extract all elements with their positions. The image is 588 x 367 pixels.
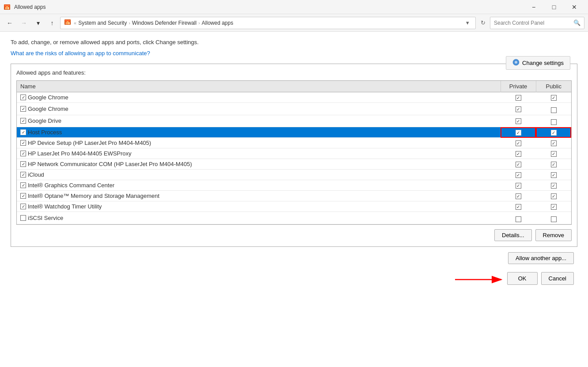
app-name-label: HP Network Communicator COM (HP LaserJet… xyxy=(28,161,192,167)
back-button[interactable]: ← xyxy=(4,17,16,29)
close-button[interactable]: ✕ xyxy=(564,0,584,14)
cancel-button[interactable]: Cancel xyxy=(541,272,574,285)
breadcrumb-allowed: Allowed apps xyxy=(202,20,233,26)
svg-rect-15 xyxy=(518,62,519,63)
svg-rect-9 xyxy=(67,21,68,24)
navigation-bar: ← → ▾ ↑ « System and Security › Windows … xyxy=(0,14,588,32)
address-dropdown-icon[interactable]: ▾ xyxy=(463,19,472,26)
table-row[interactable]: HP Device Setup (HP LaserJet Pro M404-M4… xyxy=(17,138,571,148)
bottom-buttons: OK Cancel xyxy=(11,271,577,286)
remove-button[interactable]: Remove xyxy=(535,229,572,241)
app-name-label: Intel® Graphics Command Center xyxy=(28,182,114,189)
table-row[interactable]: Intel® Graphics Command Center xyxy=(17,180,571,191)
table-header-row: Name Private Public xyxy=(17,81,571,92)
allowed-apps-panel: Allowed apps and features: Name Private … xyxy=(11,64,577,247)
breadcrumb-system: System and Security xyxy=(78,20,127,26)
app-name-label: Google Chrome xyxy=(28,106,68,112)
settings-icon xyxy=(512,59,520,67)
change-settings-label: Change settings xyxy=(522,60,564,66)
app-icon xyxy=(4,4,11,11)
refresh-button[interactable]: ↻ xyxy=(478,18,488,28)
column-header-private: Private xyxy=(501,81,536,92)
description-text: To add, change, or remove allowed apps a… xyxy=(11,39,577,45)
app-name-label: HP Device Setup (HP LaserJet Pro M404-M4… xyxy=(28,140,151,146)
svg-rect-12 xyxy=(516,59,516,61)
breadcrumb-firewall: Windows Defender Firewall xyxy=(132,20,197,26)
app-name-label: Google Drive xyxy=(28,117,61,124)
forward-button[interactable]: → xyxy=(18,17,30,29)
search-input[interactable] xyxy=(494,20,572,26)
apps-table-wrapper: Name Private Public Google ChromeGoogle … xyxy=(16,80,572,225)
address-bar[interactable]: « System and Security › Windows Defender… xyxy=(60,17,476,29)
table-row[interactable]: iSCSI Service xyxy=(17,212,571,224)
main-content: To add, change, or remove allowed apps a… xyxy=(0,32,588,367)
minimize-button[interactable]: − xyxy=(524,0,544,14)
apps-table: Name Private Public Google ChromeGoogle … xyxy=(17,81,571,224)
svg-rect-4 xyxy=(6,6,8,9)
column-header-public: Public xyxy=(536,81,571,92)
svg-point-11 xyxy=(515,61,517,64)
window-controls: − □ ✕ xyxy=(524,0,584,14)
app-name-label: HP LaserJet Pro M404-M405 EWSProxy xyxy=(28,150,132,157)
change-settings-button[interactable]: Change settings xyxy=(506,56,570,70)
search-icon: 🔍 xyxy=(573,19,580,26)
table-row[interactable]: HP Network Communicator COM (HP LaserJet… xyxy=(17,159,571,170)
table-row[interactable]: Intel® Optane™ Memory and Storage Manage… xyxy=(17,191,571,201)
table-row[interactable]: iCloud xyxy=(17,170,571,180)
details-button[interactable]: Details... xyxy=(494,229,532,241)
panel-title: Allowed apps and features: xyxy=(16,69,572,76)
app-name-label: Host Process xyxy=(28,129,62,136)
svg-rect-13 xyxy=(516,64,516,65)
svg-rect-14 xyxy=(513,62,514,63)
ok-button[interactable]: OK xyxy=(507,272,538,285)
panel-buttons: Details... Remove xyxy=(16,225,572,241)
red-arrow xyxy=(455,273,508,286)
table-row[interactable]: Google Chrome xyxy=(17,103,571,115)
risks-link[interactable]: What are the risks of allowing an app to… xyxy=(11,50,150,57)
table-row[interactable]: Google Chrome xyxy=(17,92,571,103)
table-row[interactable]: Host Process xyxy=(17,127,571,138)
table-row[interactable]: Google Drive xyxy=(17,115,571,128)
search-box[interactable]: 🔍 xyxy=(490,17,584,29)
breadcrumb: « System and Security › Windows Defender… xyxy=(74,20,460,26)
app-name-label: iCloud xyxy=(28,171,44,178)
table-row[interactable]: Intel® Watchdog Timer Utility xyxy=(17,201,571,212)
app-name-label: Intel® Watchdog Timer Utility xyxy=(28,203,102,210)
window-title: Allowed apps xyxy=(14,4,520,10)
table-row[interactable]: HP LaserJet Pro M404-M405 EWSProxy xyxy=(17,148,571,159)
apps-table-body: Google ChromeGoogle ChromeGoogle DriveHo… xyxy=(17,92,571,224)
app-name-label: Intel® Optane™ Memory and Storage Manage… xyxy=(28,193,159,199)
maximize-button[interactable]: □ xyxy=(544,0,564,14)
up-button[interactable]: ↑ xyxy=(46,17,58,29)
address-icon xyxy=(64,19,71,27)
app-name-label: iSCSI Service xyxy=(28,215,63,221)
column-header-name: Name xyxy=(17,81,501,92)
title-bar: Allowed apps − □ ✕ xyxy=(0,0,588,14)
allow-another-wrapper: Allow another app... xyxy=(11,252,577,264)
recent-button[interactable]: ▾ xyxy=(32,17,44,29)
app-name-label: Google Chrome xyxy=(28,94,68,101)
allow-another-button[interactable]: Allow another app... xyxy=(508,252,574,264)
